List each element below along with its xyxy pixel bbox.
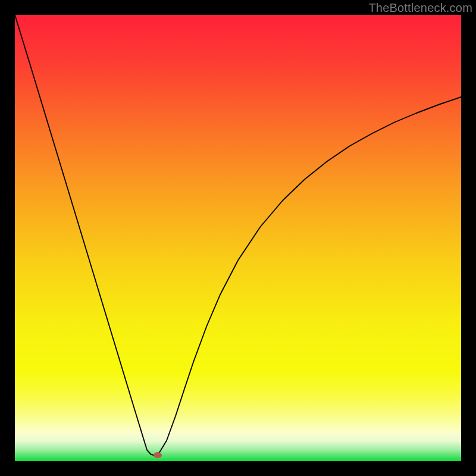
optimal-point-marker: [154, 452, 162, 458]
watermark-text: TheBottleneck.com: [368, 1, 472, 15]
plot-area: [15, 15, 461, 461]
bottleneck-curve: [15, 15, 461, 461]
chart-frame: TheBottleneck.com: [0, 0, 476, 476]
